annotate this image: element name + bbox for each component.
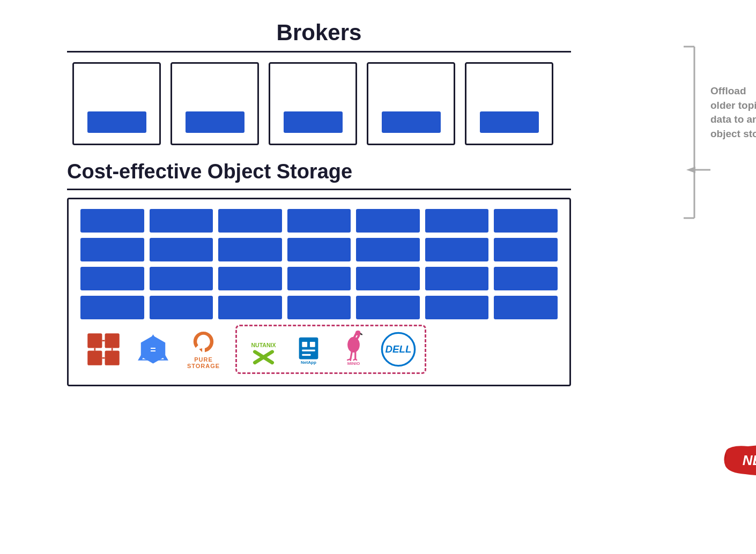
cell-r3c2 xyxy=(150,267,213,290)
svg-rect-22 xyxy=(302,354,310,355)
svg-text:MINIO: MINIO xyxy=(347,361,359,366)
brokers-title: Brokers xyxy=(67,20,571,46)
cell-r1c7 xyxy=(494,209,558,233)
new-badge-svg: NEW xyxy=(721,442,756,480)
cell-r4c7 xyxy=(494,296,558,319)
broker-card-inner-5 xyxy=(480,111,539,133)
dell-logo: DELL xyxy=(380,331,417,368)
cell-r4c3 xyxy=(218,296,282,319)
cell-r3c4 xyxy=(287,267,351,290)
storage-grid-row-2 xyxy=(80,238,558,261)
cell-r3c3 xyxy=(218,267,282,290)
svg-rect-18 xyxy=(299,337,318,359)
broker-card-5 xyxy=(465,62,553,145)
svg-rect-20 xyxy=(309,341,315,347)
side-annotation-container: Offloadolder topicdata to anobject store xyxy=(710,41,756,141)
svg-text:DELL: DELL xyxy=(386,343,412,355)
svg-rect-21 xyxy=(302,349,315,351)
cell-r3c5 xyxy=(356,267,420,290)
brokers-grid xyxy=(67,62,571,145)
nutanix-logo: NUTANIX xyxy=(244,331,282,368)
broker-card-inner-2 xyxy=(186,111,244,133)
cell-r1c2 xyxy=(150,209,213,233)
storage-grid-row-4 xyxy=(80,296,558,319)
storage-box: = PURESTORAGE xyxy=(67,198,571,386)
cell-r4c6 xyxy=(425,296,489,319)
cell-r2c7 xyxy=(494,238,558,261)
cell-r4c2 xyxy=(150,296,213,319)
storage-title: Cost-effective Object Storage xyxy=(67,160,571,183)
broker-card-3 xyxy=(269,62,357,145)
cell-r1c5 xyxy=(356,209,420,233)
svg-text:NetApp: NetApp xyxy=(301,360,316,364)
main-container: Brokers Cost-effective Object Storage xyxy=(56,20,700,534)
storage-divider xyxy=(67,189,571,190)
netapp-logo: NetApp xyxy=(290,331,327,368)
cell-r2c3 xyxy=(218,238,282,261)
cell-r2c4 xyxy=(287,238,351,261)
logos-row: = PURESTORAGE xyxy=(80,325,558,374)
svg-line-31 xyxy=(355,359,356,360)
cell-r3c1 xyxy=(80,267,144,290)
svg-line-26 xyxy=(350,351,351,359)
svg-rect-2 xyxy=(105,333,120,348)
svg-rect-3 xyxy=(105,351,120,365)
cell-r2c1 xyxy=(80,238,144,261)
cell-r4c4 xyxy=(287,296,351,319)
cell-r1c3 xyxy=(218,209,282,233)
storage-grid-row-1 xyxy=(80,209,558,233)
broker-card-2 xyxy=(171,62,259,145)
new-badge: NEW xyxy=(721,442,756,482)
broker-card-inner-3 xyxy=(284,111,343,133)
cell-r2c5 xyxy=(356,238,420,261)
cell-r1c4 xyxy=(287,209,351,233)
svg-text:=: = xyxy=(150,345,155,355)
svg-marker-39 xyxy=(686,167,695,173)
cell-r1c1 xyxy=(80,209,144,233)
brokers-section: Brokers xyxy=(67,20,571,145)
svg-text:NUTANIX: NUTANIX xyxy=(251,342,276,348)
broker-card-inner-4 xyxy=(382,111,441,133)
svg-text:NEW: NEW xyxy=(743,452,756,468)
broker-card-4 xyxy=(367,62,455,145)
svg-point-25 xyxy=(355,331,360,335)
aws-logo xyxy=(85,331,122,368)
minio-logo: MINIO xyxy=(335,331,372,368)
cell-r3c7 xyxy=(494,267,558,290)
svg-rect-0 xyxy=(87,333,102,348)
bracket-svg xyxy=(678,41,721,223)
broker-card-inner-1 xyxy=(87,111,146,133)
broker-card-1 xyxy=(72,62,161,145)
svg-rect-19 xyxy=(302,341,307,347)
cell-r2c6 xyxy=(425,238,489,261)
new-logos-group: NUTANIX xyxy=(235,325,426,374)
pure-storage-logo: PURESTORAGE xyxy=(183,330,224,370)
svg-rect-1 xyxy=(87,351,102,365)
gcs-logo: = xyxy=(134,331,172,368)
cell-r1c6 xyxy=(425,209,489,233)
brokers-divider xyxy=(67,51,571,53)
cell-r2c2 xyxy=(150,238,213,261)
pure-storage-label: PURESTORAGE xyxy=(187,356,220,369)
cell-r4c1 xyxy=(80,296,144,319)
storage-section: Cost-effective Object Storage xyxy=(67,160,571,386)
cell-r3c6 xyxy=(425,267,489,290)
storage-grid-row-3 xyxy=(80,267,558,290)
cell-r4c5 xyxy=(356,296,420,319)
